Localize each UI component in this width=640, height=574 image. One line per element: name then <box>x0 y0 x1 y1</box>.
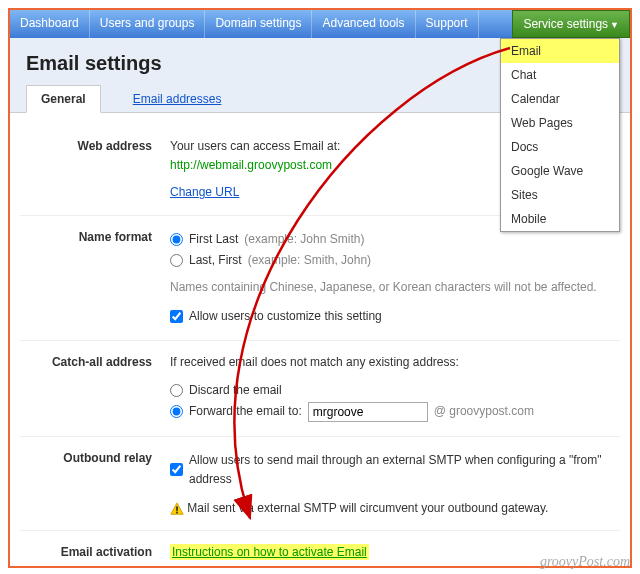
forward-input[interactable] <box>308 402 428 422</box>
radio-last-first[interactable] <box>170 254 183 267</box>
nav-users[interactable]: Users and groups <box>90 10 206 38</box>
watermark: groovyPost.com <box>540 554 630 570</box>
row-activation: Email activation Instructions on how to … <box>20 531 620 568</box>
change-url-link[interactable]: Change URL <box>170 185 239 199</box>
nav-domain[interactable]: Domain settings <box>205 10 312 38</box>
dd-googlewave[interactable]: Google Wave <box>501 159 619 183</box>
chk-outbound[interactable] <box>170 463 183 476</box>
nav-service-settings[interactable]: Service settings▼ <box>512 10 630 38</box>
label-web-address: Web address <box>20 137 170 203</box>
forward-suffix: @ groovypost.com <box>434 402 534 421</box>
tab-email-addresses[interactable]: Email addresses <box>119 86 236 112</box>
chk-allow-customize[interactable] <box>170 310 183 323</box>
row-catch-all: Catch-all address If received email does… <box>20 341 620 436</box>
dd-webpages[interactable]: Web Pages <box>501 111 619 135</box>
nav-support[interactable]: Support <box>416 10 479 38</box>
catch-all-intro: If received email does not match any exi… <box>170 353 620 372</box>
dd-chat[interactable]: Chat <box>501 63 619 87</box>
opt-first-last: First Last <box>189 230 238 249</box>
outbound-allow-label: Allow users to send mail through an exte… <box>189 451 620 489</box>
row-name-format: Name format First Last (example: John Sm… <box>20 216 620 342</box>
label-activation: Email activation <box>20 543 170 562</box>
dd-mobile[interactable]: Mobile <box>501 207 619 231</box>
dd-calendar[interactable]: Calendar <box>501 87 619 111</box>
label-name-format: Name format <box>20 228 170 329</box>
dd-email[interactable]: Email <box>501 39 619 63</box>
radio-first-last[interactable] <box>170 233 183 246</box>
opt-first-last-ex: (example: John Smith) <box>244 230 364 249</box>
tab-general[interactable]: General <box>26 85 101 113</box>
radio-forward[interactable] <box>170 405 183 418</box>
outbound-warn-text: Mail sent via external SMTP will circumv… <box>187 501 548 515</box>
allow-customize-label: Allow users to customize this setting <box>189 307 382 326</box>
opt-last-first: Last, First <box>189 251 242 270</box>
svg-rect-2 <box>176 512 178 514</box>
opt-forward: Forward the email to: <box>189 402 302 421</box>
name-format-note: Names containing Chinese, Japanese, or K… <box>170 278 620 297</box>
chevron-down-icon: ▼ <box>610 20 619 30</box>
dd-docs[interactable]: Docs <box>501 135 619 159</box>
opt-last-first-ex: (example: Smith, John) <box>248 251 371 270</box>
dd-sites[interactable]: Sites <box>501 183 619 207</box>
warning-icon <box>170 502 184 516</box>
label-outbound: Outbound relay <box>20 449 170 519</box>
top-nav: Dashboard Users and groups Domain settin… <box>10 10 630 38</box>
activation-link[interactable]: Instructions on how to activate Email <box>170 544 369 560</box>
radio-discard[interactable] <box>170 384 183 397</box>
row-outbound: Outbound relay Allow users to send mail … <box>20 437 620 532</box>
nav-advanced[interactable]: Advanced tools <box>312 10 415 38</box>
service-dropdown: Email Chat Calendar Web Pages Docs Googl… <box>500 38 620 232</box>
nav-dashboard[interactable]: Dashboard <box>10 10 90 38</box>
svg-rect-1 <box>176 506 178 510</box>
opt-discard: Discard the email <box>189 381 282 400</box>
label-catch-all: Catch-all address <box>20 353 170 423</box>
